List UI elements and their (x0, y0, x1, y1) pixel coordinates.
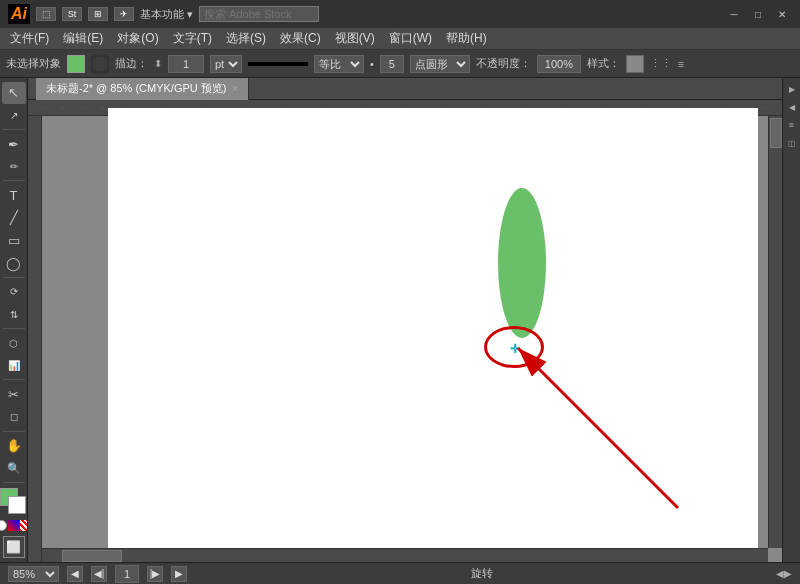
menu-file[interactable]: 文件(F) (4, 28, 55, 49)
tool-blend[interactable]: ⬡ (2, 332, 26, 354)
green-oval-shape[interactable] (498, 188, 546, 338)
menu-window[interactable]: 窗口(W) (383, 28, 438, 49)
menu-text[interactable]: 文字(T) (167, 28, 218, 49)
gradient-btn[interactable] (8, 520, 19, 531)
last-page-btn[interactable]: |▶ (147, 566, 163, 582)
status-right: ◀▶ (776, 568, 792, 579)
tool-direct-select[interactable]: ↗ (2, 105, 26, 127)
tool-line[interactable]: ╱ (2, 207, 26, 229)
menu-effect[interactable]: 效果(C) (274, 28, 327, 49)
style-swatch[interactable] (626, 55, 644, 73)
icon-btn-4[interactable]: ✈ (114, 7, 134, 21)
first-page-btn[interactable]: ◀| (91, 566, 107, 582)
stroke-up-down[interactable]: ⬍ (154, 58, 162, 69)
zoom-select[interactable]: 85% 100% (8, 566, 59, 582)
scrollbar-horizontal[interactable] (42, 548, 768, 562)
opacity-label: 不透明度： (476, 56, 531, 71)
menu-select[interactable]: 选择(S) (220, 28, 272, 49)
icon-btn-2[interactable]: St (62, 7, 82, 21)
stroke-label: 描边： (115, 56, 148, 71)
icon-btn-1[interactable]: ⬚ (36, 7, 56, 21)
shape-select[interactable]: 点圆形 (410, 55, 470, 73)
right-panel: ▶ ◀ ≡ ◫ (782, 78, 800, 562)
tool-ellipse[interactable]: ◯ (2, 252, 26, 274)
tool-brush[interactable]: ✏ (2, 156, 26, 178)
background-color[interactable] (8, 496, 26, 514)
document-tab[interactable]: 未标题-2* @ 85% (CMYK/GPU 预览) × (36, 78, 249, 100)
status-operation-label: 旋转 (195, 566, 768, 581)
tool-select[interactable]: ↖ (2, 82, 26, 104)
control-bar: 未选择对象 描边： ⬍ pt 等比 • 点圆形 不透明度： 样式： ⋮⋮ ≡ (0, 50, 800, 78)
tool-scissors[interactable]: ✂ (2, 383, 26, 405)
canvas-area[interactable]: 未标题-2* @ 85% (CMYK/GPU 预览) × ✛ (28, 78, 782, 562)
page-number-input[interactable] (115, 565, 139, 583)
menu-help[interactable]: 帮助(H) (440, 28, 493, 49)
red-arrow-annotation (498, 338, 698, 538)
main-area: ↖ ↗ ✒ ✏ T ╱ ▭ ◯ ⟳ ⇅ ⬡ 📊 ✂ ◻ ✋ 🔍 ⬜ (0, 78, 800, 562)
stroke-style-select[interactable]: 等比 (314, 55, 364, 73)
tool-sep-4 (3, 328, 25, 329)
stroke-unit-select[interactable]: pt (210, 55, 242, 73)
menu-edit[interactable]: 编辑(E) (57, 28, 109, 49)
panel-assets-btn[interactable]: ◫ (785, 136, 799, 150)
left-toolbar: ↖ ↗ ✒ ✏ T ╱ ▭ ◯ ⟳ ⇅ ⬡ 📊 ✂ ◻ ✋ 🔍 ⬜ (0, 78, 28, 562)
status-bar: 85% 100% ◀ ◀| |▶ ▶ 旋转 ◀▶ (0, 562, 800, 584)
tool-rect[interactable]: ▭ (2, 230, 26, 252)
next-page-btn[interactable]: ▶ (171, 566, 187, 582)
none-btn[interactable] (20, 520, 28, 531)
fill-color-swatch[interactable] (67, 55, 85, 73)
stroke-width-input[interactable] (168, 55, 204, 73)
minimize-button[interactable]: ─ (724, 7, 744, 21)
panel-layers-btn[interactable]: ≡ (785, 118, 799, 132)
panel-btn-1[interactable]: ▶ (785, 82, 799, 96)
close-button[interactable]: ✕ (772, 7, 792, 21)
selection-label: 未选择对象 (6, 56, 61, 71)
search-input[interactable] (199, 6, 319, 22)
stroke-color-swatch[interactable] (91, 55, 109, 73)
svg-line-1 (518, 348, 678, 508)
title-bar: Ai ⬚ St ⊞ ✈ 基本功能 ▾ ─ □ ✕ (0, 0, 800, 28)
panel-menu-icon[interactable]: ≡ (678, 58, 684, 70)
tab-label: 未标题-2* @ 85% (CMYK/GPU 预览) (46, 81, 226, 96)
menu-view[interactable]: 视图(V) (329, 28, 381, 49)
tool-sep-1 (3, 129, 25, 130)
normal-color-btn[interactable] (0, 520, 7, 531)
tool-sep-3 (3, 277, 25, 278)
stroke-preview (248, 62, 308, 66)
panel-options-icon[interactable]: ⋮⋮ (650, 57, 672, 70)
prev-page-btn[interactable]: ◀ (67, 566, 83, 582)
tool-rotate[interactable]: ⟳ (2, 281, 26, 303)
dot-label: • (370, 58, 374, 70)
tool-chart[interactable]: 📊 (2, 355, 26, 377)
tool-pen[interactable]: ✒ (2, 133, 26, 155)
crosshair-icon: ✛ (510, 342, 520, 356)
tool-type[interactable]: T (2, 184, 26, 206)
restore-button[interactable]: □ (748, 7, 768, 21)
tool-sep-2 (3, 180, 25, 181)
tool-zoom[interactable]: 🔍 (2, 457, 26, 479)
color-mode-btns (0, 520, 28, 531)
tool-eraser[interactable]: ◻ (2, 406, 26, 428)
titlebar-left: Ai ⬚ St ⊞ ✈ 基本功能 ▾ (8, 4, 319, 24)
tool-sep-5 (3, 379, 25, 380)
color-swatches[interactable] (0, 488, 28, 516)
ruler-vertical (28, 116, 42, 562)
tool-sep-6 (3, 431, 25, 432)
tool-hand[interactable]: ✋ (2, 435, 26, 457)
tool-reflect[interactable]: ⇅ (2, 304, 26, 326)
opacity-input[interactable] (537, 55, 581, 73)
titlebar-right: ─ □ ✕ (724, 7, 792, 21)
menu-object[interactable]: 对象(O) (111, 28, 164, 49)
menu-bar: 文件(F) 编辑(E) 对象(O) 文字(T) 选择(S) 效果(C) 视图(V… (0, 28, 800, 50)
style-label: 样式： (587, 56, 620, 71)
app-logo: Ai (8, 4, 30, 24)
point-count-input[interactable] (380, 55, 404, 73)
icon-btn-3[interactable]: ⊞ (88, 7, 108, 21)
tab-close-btn[interactable]: × (232, 83, 238, 94)
panel-btn-2[interactable]: ◀ (785, 100, 799, 114)
tool-sep-7 (3, 482, 25, 483)
artboard: ✛ (108, 108, 758, 562)
workspace-label[interactable]: 基本功能 ▾ (140, 7, 193, 22)
scrollbar-vertical[interactable] (768, 116, 782, 548)
screen-mode-btn[interactable]: ⬜ (3, 536, 25, 558)
